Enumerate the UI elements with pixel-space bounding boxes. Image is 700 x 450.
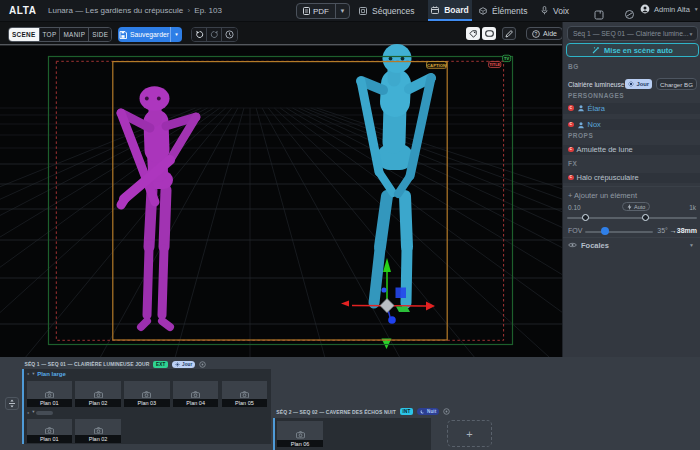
svg-text:TITLE: TITLE bbox=[489, 62, 500, 67]
svg-text:?: ? bbox=[535, 30, 538, 36]
svg-text:CAPTION: CAPTION bbox=[427, 63, 446, 68]
svg-text:TV: TV bbox=[504, 56, 509, 61]
